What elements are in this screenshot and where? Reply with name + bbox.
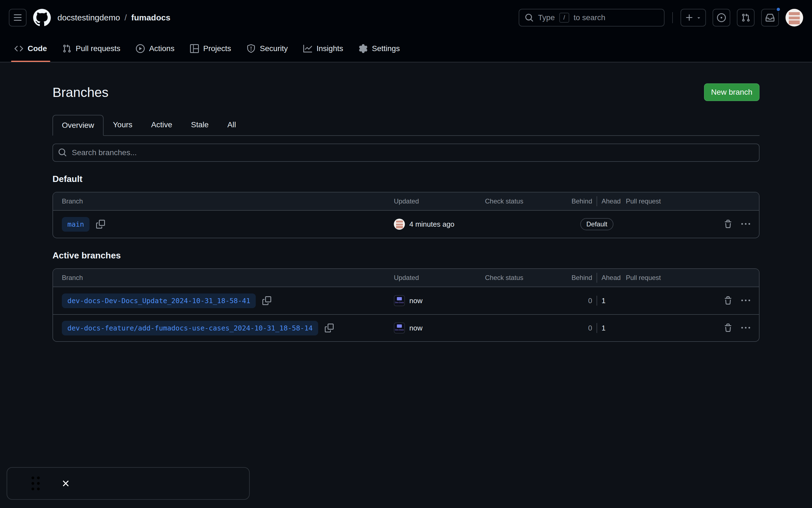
github-logo-icon[interactable] [33,9,51,27]
author-avatar[interactable] [394,219,405,230]
graph-icon [303,44,312,53]
branch-link[interactable]: dev-docs-Dev-Docs_Update_2024-10-31_18-5… [62,294,256,308]
behind-ahead-cell: 0 1 [568,323,626,333]
copy-icon [262,296,271,305]
row-actions [703,324,750,332]
gear-icon [359,44,368,53]
table-header-row: Branch Updated Check status Behind Ahead… [53,193,759,211]
updated-cell: 4 minutes ago [394,219,485,230]
trash-icon [724,324,732,332]
notification-dot [776,7,781,12]
delete-branch-button[interactable] [724,220,732,228]
notifications-inbox-button[interactable] [761,9,779,27]
table-row: main 4 minutes ago Default [53,211,759,238]
ahead-count: 1 [597,297,626,305]
col-check-status: Check status [485,198,568,205]
branch-menu-button[interactable] [741,324,750,332]
trash-icon [724,296,732,305]
tab-insights[interactable]: Insights [295,35,351,62]
breadcrumb-repo[interactable]: fumadocs [131,13,170,23]
bot-avatar-label: Dev-Docs [395,302,404,303]
col-branch: Branch [62,274,394,282]
tab-overview[interactable]: Overview [52,115,104,136]
copy-branch-name-button[interactable] [262,296,271,305]
default-branch-table: Branch Updated Check status Behind Ahead… [52,192,760,238]
shield-icon [247,44,255,53]
copy-icon [325,324,334,332]
updated-time: now [409,324,422,332]
bot-avatar-label: Dev-Docs [395,329,404,331]
close-icon[interactable] [61,478,71,489]
kebab-horizontal-icon [741,220,750,228]
breadcrumb: docstestingdemo / fumadocs [57,13,170,23]
tab-insights-label: Insights [317,44,343,53]
default-section-heading: Default [52,174,760,184]
branch-menu-button[interactable] [741,296,750,305]
user-avatar[interactable] [785,9,803,27]
bot-avatar[interactable]: Dev-Docs [394,323,405,334]
delete-branch-button[interactable] [724,296,732,305]
tab-security[interactable]: Security [239,35,295,62]
global-header: docstestingdemo / fumadocs Type / to sea… [0,0,812,35]
repo-nav: Code Pull requests Actions Projects Secu… [0,35,812,62]
updated-cell: Dev-Docs now [394,323,485,334]
branch-link-main[interactable]: main [62,217,89,231]
tab-actions-label: Actions [149,44,174,53]
col-updated: Updated [394,274,485,282]
behind-ahead-cell: 0 1 [568,296,626,306]
title-row: Branches New branch [52,83,760,101]
branch-menu-button[interactable] [741,220,750,228]
header-divider [672,12,673,23]
git-pull-request-icon [63,44,71,53]
new-branch-button[interactable]: New branch [704,83,760,101]
col-pull-request: Pull request [626,274,703,282]
pull-requests-button[interactable] [737,9,755,27]
search-placeholder-prefix: Type [538,13,555,22]
col-behind-ahead: Behind Ahead [568,193,626,210]
copy-branch-name-button[interactable] [96,220,105,228]
delete-branch-button[interactable] [724,324,732,332]
updated-cell: Dev-Docs now [394,295,485,306]
floating-widget [7,467,250,500]
play-icon [136,44,145,53]
active-branch-table: Branch Updated Check status Behind Ahead… [52,268,760,342]
tab-projects[interactable]: Projects [182,35,239,62]
global-search-input[interactable]: Type / to search [519,9,664,27]
create-new-button[interactable] [681,9,706,27]
git-pull-request-icon [741,13,750,22]
tab-actions[interactable]: Actions [128,35,182,62]
kebab-horizontal-icon [741,296,750,305]
col-branch: Branch [62,198,394,205]
search-icon [58,148,67,157]
drag-handle-dots-icon[interactable] [32,476,40,490]
branch-cell: dev-docs-feature/add-fumadocs-use-cases_… [62,321,394,335]
col-ahead: Ahead [597,198,626,205]
search-branches-input[interactable] [52,143,760,162]
bot-avatar[interactable]: Dev-Docs [394,295,405,306]
table-icon [190,44,199,53]
monitor-icon [397,297,402,300]
updated-time: now [409,297,422,305]
tab-stale[interactable]: Stale [182,114,218,135]
tab-projects-label: Projects [203,44,231,53]
table-row: dev-docs-Dev-Docs_Update_2024-10-31_18-5… [53,287,759,314]
col-behind: Behind [568,198,597,205]
col-behind-ahead: Behind Ahead [568,269,626,287]
tab-active[interactable]: Active [142,114,181,135]
tab-yours[interactable]: Yours [104,114,142,135]
branch-cell: dev-docs-Dev-Docs_Update_2024-10-31_18-5… [62,294,394,308]
hamburger-menu-button[interactable] [9,9,27,27]
breadcrumb-owner[interactable]: docstestingdemo [57,13,120,23]
branches-tabnav: Overview Yours Active Stale All [52,114,760,136]
tab-all[interactable]: All [218,114,245,135]
tab-settings[interactable]: Settings [351,35,408,62]
copy-branch-name-button[interactable] [325,324,334,332]
issues-button[interactable] [713,9,730,27]
branch-link[interactable]: dev-docs-feature/add-fumadocs-use-cases_… [62,321,318,335]
issue-opened-icon [717,13,726,22]
tab-pull-requests[interactable]: Pull requests [55,35,128,62]
updated-time: 4 minutes ago [409,220,454,228]
active-section-heading: Active branches [52,250,760,261]
tab-security-label: Security [260,44,288,53]
tab-code[interactable]: Code [7,35,55,62]
